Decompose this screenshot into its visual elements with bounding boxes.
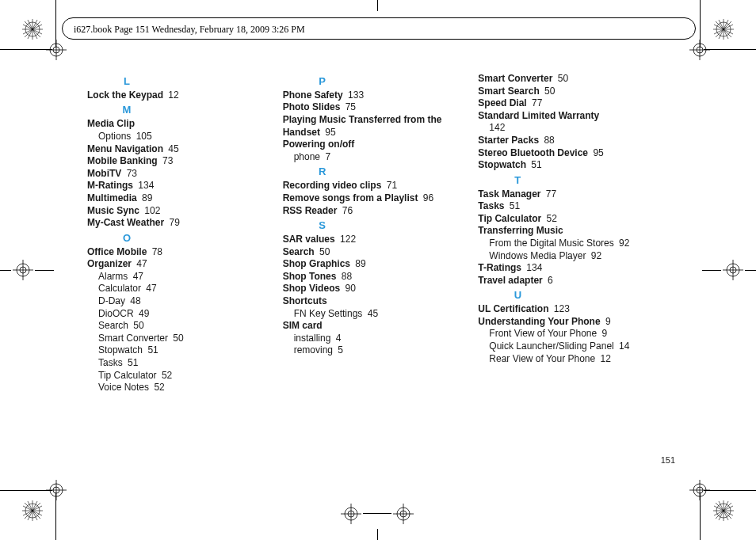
index-page-ref: 51: [506, 200, 520, 211]
index-entry: Stopwatch 51: [478, 159, 674, 172]
index-subterm: Tasks: [98, 357, 123, 368]
index-page-ref: 50: [317, 246, 330, 257]
index-term: Powering on/off: [283, 139, 355, 150]
registration-mark-icon: [46, 480, 67, 500]
index-entry: Starter Packs 88: [478, 135, 674, 147]
index-page-ref: 92: [617, 238, 630, 249]
index-page-ref: 134: [136, 180, 154, 191]
index-subentry: phone 7: [294, 151, 479, 164]
registration-mark-icon: [22, 500, 43, 521]
registration-mark-icon: [689, 40, 710, 60]
index-page-ref: 7: [323, 151, 330, 162]
index-entry: Smart Search 50: [478, 86, 674, 98]
index-entry: Organizer 47: [87, 258, 283, 271]
crop-mark: [704, 490, 756, 491]
index-term: Office Mobile: [87, 246, 147, 257]
page-number: 151: [661, 455, 675, 465]
index-subterm: DioOCR: [98, 308, 134, 319]
index-page-ref: 77: [529, 97, 543, 108]
registration-mark-icon: [393, 504, 414, 524]
crop-mark: [0, 490, 52, 491]
index-term: Multimedia: [87, 192, 137, 203]
index-term: Transferring Music: [478, 225, 563, 236]
index-page-ref: 75: [342, 101, 356, 112]
index-subterm: installing: [294, 333, 331, 344]
index-entry: Shop Videos 90: [283, 283, 479, 295]
index-page-ref: 45: [365, 308, 378, 319]
index-subentry: Alarms 47: [98, 271, 283, 283]
index-subentry: FN Key Settings 45: [294, 308, 479, 321]
index-subentry: Smart Converter 50: [98, 333, 283, 345]
index-page-ref: 133: [346, 89, 364, 101]
index-page-ref: 50: [555, 73, 568, 84]
crop-mark: [702, 270, 721, 271]
document-header: i627.book Page 151 Wednesday, February 1…: [62, 17, 696, 40]
index-page-ref: 51: [145, 344, 158, 356]
index-entry: Playing Music Transferred from the Hands…: [283, 114, 479, 139]
index-term: Smart Search: [478, 86, 539, 97]
registration-mark-icon: [13, 260, 33, 280]
index-subentry: Windows Media Player 92: [489, 250, 674, 263]
section-letter: S: [283, 219, 362, 233]
index-page-ref: 73: [124, 168, 137, 179]
section-letter: T: [478, 174, 557, 188]
section-letter: U: [478, 289, 557, 302]
index-page-ref: 71: [384, 180, 397, 191]
registration-mark-icon: [341, 504, 361, 524]
index-page-ref: 76: [339, 205, 353, 216]
index-entry: Shortcuts: [283, 295, 479, 308]
index-entry: Tasks 51: [478, 200, 674, 213]
index-subterm: Smart Converter: [98, 333, 168, 344]
registration-mark-icon: [713, 19, 734, 40]
index-entry: T-Ratings 134: [478, 262, 674, 275]
index-entry: Stereo Bluetooth Device 95: [478, 147, 674, 160]
index-subterm: Calculator: [98, 283, 141, 294]
index-subentry: From the Digital Music Stores 92: [489, 238, 674, 250]
index-entry: UL Certification 123: [478, 303, 674, 316]
registration-mark-icon: [723, 260, 743, 280]
index-page-ref: 14: [617, 340, 630, 352]
crop-mark: [745, 270, 756, 271]
index-page-ref: 95: [323, 127, 336, 138]
index-entry: Music Sync 102: [87, 205, 283, 218]
index-page-ref: 134: [524, 262, 542, 273]
index-subterm: phone: [294, 151, 320, 162]
index-subentry: Calculator 47: [98, 283, 283, 295]
index-page-only: 142: [489, 122, 674, 135]
index-entry: My-Cast Weather 79: [87, 217, 283, 230]
section-letter: P: [283, 75, 362, 89]
index-term: Lock the Keypad: [87, 89, 163, 101]
index-subterm: Stopwatch: [98, 344, 143, 356]
index-subterm: D-Day: [98, 295, 125, 306]
crop-mark: [704, 49, 756, 50]
index-entry: Lock the Keypad 12: [87, 89, 283, 102]
section-letter: O: [87, 232, 166, 245]
index-subterm: Alarms: [98, 271, 128, 282]
index-subterm: Voice Notes: [98, 382, 149, 393]
index-term: Shop Videos: [283, 283, 340, 294]
index-entry: Office Mobile 78: [87, 246, 283, 259]
index-entry: Understanding Your Phone 9: [478, 316, 674, 329]
index-page-ref: 49: [136, 308, 150, 319]
index-entry: Recording video clips 71: [283, 180, 479, 192]
index-subentry: Stopwatch 51: [98, 344, 283, 357]
index-subterm: Quick Launcher/Sliding Panel: [489, 340, 613, 352]
index-subterm: Tip Calculator: [98, 370, 157, 381]
index-page-ref: 50: [542, 86, 556, 97]
index-subentry: Search 50: [98, 320, 283, 333]
index-page-ref: 105: [133, 131, 151, 142]
index-page-ref: 45: [166, 143, 179, 154]
index-page-ref: 9: [603, 316, 611, 327]
index-term: Shortcuts: [283, 295, 327, 306]
index-term: Mobile Banking: [87, 155, 158, 166]
index-subentry: D-Day 48: [98, 295, 283, 308]
registration-mark-icon: [46, 40, 67, 60]
index-subentry: Rear View of Your Phone 12: [489, 353, 674, 366]
index-entry: Smart Converter 50: [478, 73, 674, 86]
index-page-ref: 78: [149, 246, 162, 257]
section-letter: R: [283, 165, 362, 179]
index-term: Stopwatch: [478, 159, 526, 170]
index-page-ref: 12: [598, 353, 611, 364]
index-entry: M-Ratings 134: [87, 180, 283, 192]
index-content: LLock the Keypad 12MMedia ClipOptions 10…: [87, 73, 674, 394]
